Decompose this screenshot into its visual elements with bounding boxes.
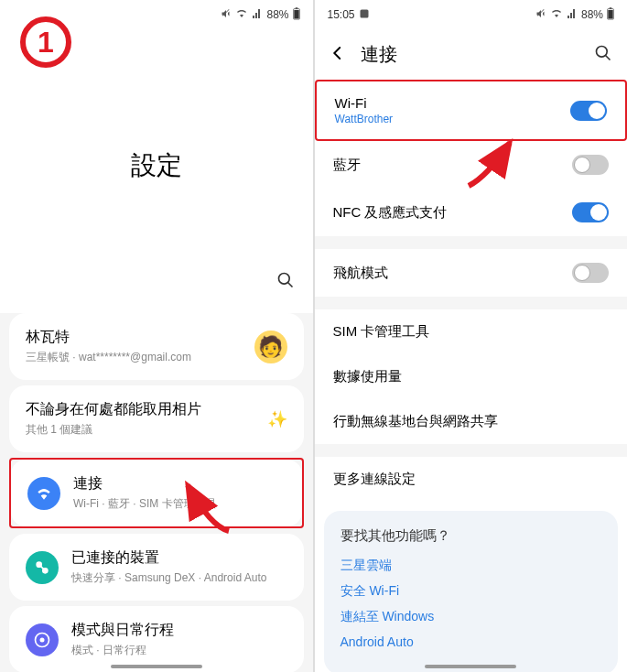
svg-rect-2 (294, 10, 298, 18)
svg-rect-13 (608, 10, 612, 18)
toggle[interactable] (572, 263, 609, 283)
status-time: 15:05 (328, 8, 355, 21)
item-icon (26, 551, 59, 584)
home-indicator (111, 665, 202, 668)
step-badge: 1 (20, 16, 71, 68)
suggest-title: 要找其他功能嗎？ (341, 527, 602, 545)
item-title: 已連接的裝置 (71, 548, 287, 568)
svg-line-15 (606, 55, 611, 60)
setting-title: 飛航模式 (333, 265, 573, 282)
suggest-card: 要找其他功能嗎？ 三星雲端安全 Wi-Fi連結至 WindowsAndroid … (324, 511, 619, 672)
mute-icon (221, 8, 232, 22)
suggestion-title: 不論身在何處都能取用相片 (26, 400, 254, 419)
settings-item[interactable]: 模式與日常行程 模式 · 日常行程 (9, 606, 304, 672)
item-sub: 模式 · 日常行程 (71, 643, 287, 658)
home-indicator (425, 665, 516, 668)
battery-icon (607, 7, 614, 23)
sparkle-icon: ✨ (267, 409, 287, 429)
settings-screen: 1 88% 設定 (0, 0, 315, 672)
svg-point-9 (40, 637, 45, 642)
status-bar: 15:05 88% (315, 0, 628, 29)
settings-item[interactable]: 連接 Wi-Fi · 藍牙 · SIM 卡管理工具 (11, 460, 302, 526)
setting-row[interactable]: 飛航模式 (315, 249, 628, 297)
setting-title: NFC 及感應式支付 (333, 204, 573, 222)
item-sub: 快速分享 · Samsung DeX · Android Auto (71, 570, 287, 586)
battery-text: 88% (266, 8, 288, 21)
page-title: 設定 (0, 148, 313, 183)
setting-row[interactable]: 藍牙 (315, 141, 628, 189)
wifi-icon (550, 8, 563, 22)
item-icon (26, 623, 59, 656)
search-icon[interactable] (594, 44, 612, 66)
avatar: 🧑 (254, 331, 287, 363)
mute-icon (535, 8, 546, 22)
item-sub: Wi-Fi · 藍牙 · SIM 卡管理工具 (73, 496, 286, 512)
item-icon (27, 477, 60, 510)
toggle[interactable] (572, 202, 609, 222)
item-title: 連接 (73, 474, 286, 493)
settings-item[interactable]: 已連接的裝置 快速分享 · Samsung DeX · Android Auto (9, 534, 304, 601)
toggle[interactable] (572, 155, 609, 175)
setting-title: SIM 卡管理工具 (333, 323, 610, 341)
setting-title: 藍牙 (333, 157, 573, 174)
app-icon (359, 8, 370, 22)
battery-text: 88% (581, 8, 603, 21)
setting-title: Wi-Fi (335, 95, 571, 111)
account-name: 林瓦特 (26, 328, 242, 347)
search-icon[interactable] (276, 271, 295, 293)
setting-row[interactable]: 行動無線基地台與網路共享 (315, 399, 628, 444)
account-sub: 三星帳號 · wat********@gmail.com (26, 350, 242, 365)
setting-row[interactable]: NFC 及感應式支付 (315, 189, 628, 236)
svg-point-3 (278, 274, 289, 285)
setting-row[interactable]: Wi-FiWattBrother (315, 80, 628, 141)
setting-row[interactable]: 更多連線設定 (315, 457, 628, 502)
signal-icon (567, 8, 578, 22)
header: 連接 (315, 29, 628, 80)
account-card[interactable]: 林瓦特 三星帳號 · wat********@gmail.com 🧑 (9, 313, 304, 380)
suggest-link[interactable]: 連結至 Windows (341, 609, 602, 625)
setting-sub: WattBrother (335, 113, 571, 125)
battery-icon (293, 7, 300, 23)
connections-screen: 15:05 88% (315, 0, 628, 672)
suggest-link[interactable]: Android Auto (341, 634, 602, 649)
header-title: 連接 (361, 42, 580, 67)
setting-title: 行動無線基地台與網路共享 (333, 413, 610, 430)
setting-row[interactable]: 數據使用量 (315, 354, 628, 399)
toggle[interactable] (570, 101, 607, 121)
svg-rect-10 (360, 9, 368, 17)
back-icon[interactable] (330, 45, 346, 65)
suggestion-card[interactable]: 不論身在何處都能取用相片 其他 1 個建議 ✨ (9, 385, 304, 452)
setting-row[interactable]: SIM 卡管理工具 (315, 309, 628, 354)
suggest-link[interactable]: 安全 Wi-Fi (341, 583, 602, 600)
suggest-link[interactable]: 三星雲端 (341, 558, 602, 574)
svg-line-7 (40, 566, 43, 569)
item-title: 模式與日常行程 (71, 621, 287, 640)
svg-point-14 (597, 46, 608, 57)
svg-line-4 (287, 283, 292, 287)
signal-icon (252, 8, 263, 22)
suggestion-sub: 其他 1 個建議 (26, 422, 254, 438)
wifi-icon (235, 8, 248, 22)
setting-title: 更多連線設定 (333, 471, 610, 488)
setting-title: 數據使用量 (333, 368, 610, 385)
